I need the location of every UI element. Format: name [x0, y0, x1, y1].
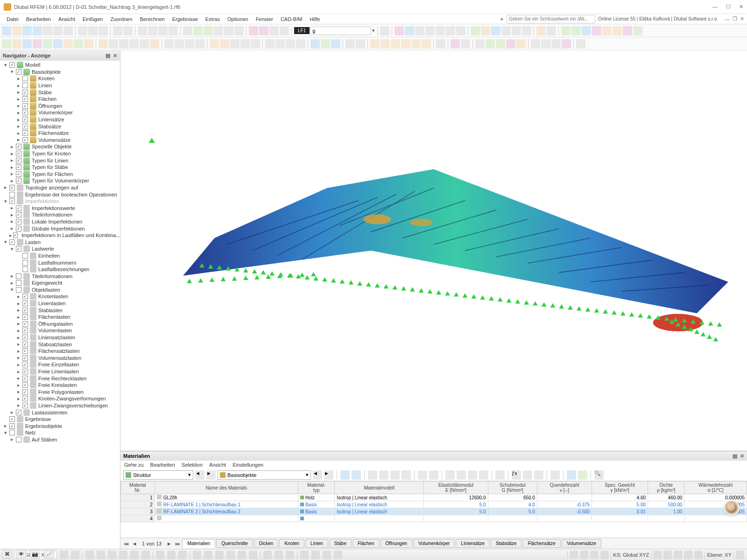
table-row[interactable]: 3 RF-LAMINATE 2 | Schichtenaufbau 2 Basi… [121, 508, 747, 515]
misc-2-icon[interactable] [405, 26, 414, 35]
bp-tool7-icon[interactable] [418, 470, 427, 480]
node-b-icon[interactable] [571, 26, 581, 35]
tb2-45-icon[interactable] [496, 39, 505, 49]
tree-checkbox[interactable] [22, 266, 28, 272]
tool-a-icon[interactable] [224, 26, 233, 35]
sb-r5-icon[interactable] [653, 551, 662, 559]
save-all-icon[interactable] [53, 26, 63, 35]
sb-15-icon[interactable] [226, 551, 235, 559]
tree-node[interactable]: ▸ Typen für Flächen [1, 171, 119, 178]
expand-icon[interactable]: ▸ [16, 396, 21, 402]
misc-7-icon[interactable] [456, 26, 465, 35]
expand-icon[interactable]: ▸ [9, 164, 15, 170]
sb-7-icon[interactable] [130, 551, 139, 559]
expand-icon[interactable]: ▾ [9, 246, 15, 252]
table-row[interactable]: 4 [121, 515, 747, 522]
menu-extras[interactable]: Extras [202, 16, 224, 22]
bp-tool12-icon[interactable] [479, 470, 488, 480]
view-side-icon[interactable] [169, 26, 178, 35]
node-f-icon[interactable] [613, 26, 622, 35]
col-header[interactable]: Name des Materials [155, 482, 298, 494]
tb2-13-icon[interactable] [129, 39, 139, 49]
menu-berechnen[interactable]: Berechnen [136, 16, 169, 22]
tb2-11-icon[interactable] [109, 39, 118, 49]
tree-checkbox[interactable] [9, 239, 15, 245]
tree-checkbox[interactable] [22, 124, 28, 129]
tree-checkbox[interactable] [22, 83, 28, 88]
tb2-36-icon[interactable] [391, 39, 400, 49]
tb2-37-icon[interactable] [401, 39, 410, 49]
tree-node[interactable]: ▸ Flächenlasten [1, 314, 119, 321]
tb2-27-icon[interactable] [286, 39, 295, 49]
close-button[interactable]: ✕ [739, 4, 743, 10]
menu-ergebnisse[interactable]: Ergebnisse [169, 16, 202, 22]
tree-checkbox[interactable] [22, 117, 28, 122]
tree-node[interactable]: ▸ Stäbe [1, 89, 119, 96]
expand-icon[interactable]: ▾ [3, 430, 8, 436]
tree-checkbox[interactable] [22, 342, 28, 347]
tree-checkbox[interactable] [9, 192, 15, 197]
misc-14-icon[interactable] [547, 26, 556, 35]
lf-prev-icon[interactable] [269, 26, 279, 35]
tb2-6-icon[interactable] [53, 39, 63, 49]
tree-checkbox[interactable] [16, 280, 21, 286]
sb-r10-icon[interactable] [736, 551, 744, 559]
tree-node[interactable]: ▸ Imperfektionswerte [1, 204, 119, 211]
tree-node[interactable]: ▸ Flächensatzlasten [1, 348, 119, 355]
expand-icon[interactable]: ▸ [16, 117, 21, 123]
misc-4-icon[interactable] [425, 26, 435, 35]
col-header[interactable]: ElastizitätsmodulE [N/mm²] [424, 482, 488, 494]
bp-fxx-icon[interactable] [523, 470, 532, 480]
navigator-close-icon[interactable]: ✕ [113, 53, 117, 59]
results-icon[interactable] [259, 26, 268, 35]
misc-3-icon[interactable] [415, 26, 424, 35]
expand-icon[interactable]: ▸ [9, 225, 15, 231]
grid-icon[interactable] [183, 26, 192, 35]
sb-r9-icon[interactable] [694, 551, 703, 559]
sb-8-icon[interactable] [141, 551, 150, 559]
expand-icon[interactable]: ▸ [16, 348, 21, 354]
expand-icon[interactable]: ▸ [16, 314, 21, 320]
tree-node[interactable]: ▸ Linienlasten [1, 300, 119, 307]
tree-checkbox[interactable] [22, 382, 28, 388]
sb-r1-icon[interactable] [570, 551, 578, 559]
tree-checkbox[interactable] [22, 137, 28, 143]
expand-icon[interactable]: ▾ [3, 198, 8, 204]
tb2-44-icon[interactable] [486, 39, 495, 49]
tab-flächen[interactable]: Flächen [352, 539, 380, 548]
sb-r4-icon[interactable] [600, 551, 609, 559]
tree-checkbox[interactable] [9, 185, 15, 190]
bp-num2-icon[interactable] [578, 470, 587, 480]
sb-21-icon[interactable] [300, 551, 309, 559]
tree-node[interactable]: ▾ Imperfektionen [1, 198, 119, 205]
save-icon[interactable] [43, 26, 52, 35]
sb-5-icon[interactable] [108, 551, 116, 559]
tree-node[interactable]: ▸ Flächensätze [1, 130, 119, 137]
open-icon[interactable] [12, 26, 21, 35]
tb2-26-icon[interactable] [275, 39, 285, 49]
tb2-3-icon[interactable] [22, 39, 32, 49]
tree-node[interactable]: Lastfallnummern [1, 259, 119, 266]
bp-menu-selektion[interactable]: Selektion [182, 462, 203, 468]
tree-checkbox[interactable] [9, 423, 15, 429]
tree-node[interactable]: Ergebnisse [1, 416, 119, 423]
tree-node[interactable]: ▸ Volumensatzlasten [1, 355, 119, 362]
tab-knoten[interactable]: Knoten [279, 539, 304, 548]
tab-flächensätze[interactable]: Flächensätze [522, 539, 560, 548]
tb2-48-icon[interactable] [531, 39, 540, 49]
menu-einfügen[interactable]: Einfügen [79, 16, 106, 22]
node-a-icon[interactable] [561, 26, 571, 35]
bp-fx-icon[interactable]: ƒx [512, 470, 521, 480]
tb2-39-icon[interactable] [422, 39, 431, 49]
tree-node[interactable]: ▸ Ergebnisobjekte [1, 422, 119, 429]
materials-close-icon[interactable]: ✕ [740, 453, 744, 459]
misc-1-icon[interactable] [395, 26, 404, 35]
sb-14-icon[interactable] [215, 551, 224, 559]
tb2-32-icon[interactable] [345, 39, 355, 49]
view-top-icon[interactable] [148, 26, 157, 35]
tree-node[interactable]: ▸ Freie Einzellasten [1, 361, 119, 368]
expand-icon[interactable]: ▾ [9, 69, 15, 75]
doc-minimize-button[interactable]: — [725, 16, 730, 22]
col-header[interactable]: Spez. Gewichtγ [kN/m³] [592, 482, 648, 494]
node-c-icon[interactable] [582, 26, 591, 35]
